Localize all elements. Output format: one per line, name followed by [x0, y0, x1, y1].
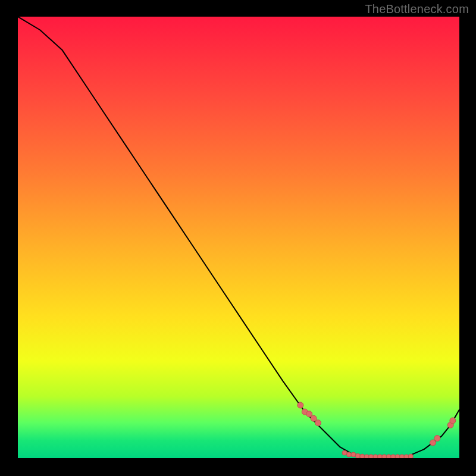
data-point-marker: [347, 452, 352, 457]
data-point-marker: [404, 455, 409, 458]
data-point-marker: [342, 450, 347, 455]
data-point-marker: [373, 455, 378, 458]
data-point-marker: [369, 455, 374, 458]
data-point-marker: [377, 455, 382, 458]
data-point-marker: [351, 452, 356, 457]
data-point-marker: [315, 420, 321, 426]
data-point-marker: [382, 455, 387, 458]
data-point-marker: [434, 436, 440, 441]
data-point-marker: [408, 454, 413, 458]
data-point-marker: [430, 440, 436, 446]
data-point-marker: [386, 455, 391, 458]
data-point-marker: [395, 455, 400, 458]
data-point-marker: [360, 454, 365, 458]
chart-stage: TheBottleneck.com: [0, 0, 476, 476]
data-point-marker: [311, 415, 317, 421]
data-point-marker: [364, 455, 369, 458]
watermark-text: TheBottleneck.com: [365, 2, 469, 16]
bottleneck-curve: [18, 17, 459, 457]
data-point-marker: [306, 411, 312, 417]
data-point-marker: [391, 455, 396, 458]
data-point-marker: [298, 402, 303, 408]
plot-area: [18, 17, 459, 458]
curve-markers: [298, 402, 456, 458]
data-point-marker: [355, 453, 360, 458]
chart-overlay: [18, 17, 459, 458]
data-point-marker: [400, 455, 405, 458]
data-point-marker: [450, 418, 456, 424]
